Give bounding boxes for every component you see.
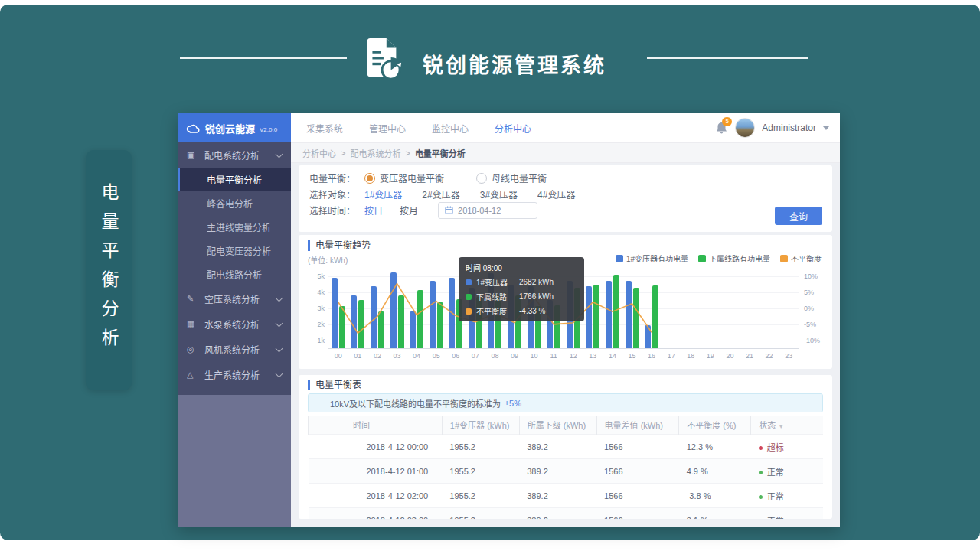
chart-title: 电量平衡趋势: [308, 240, 823, 251]
breadcrumb-item[interactable]: 分析中心: [302, 147, 336, 159]
x-axis-tick: 20: [726, 352, 733, 360]
y-axis-tick-right: -10%: [804, 337, 820, 344]
sidebar-group-5[interactable]: △生产系统分析: [178, 362, 291, 387]
tooltip-row: 下属线路1766 kWh: [466, 291, 577, 302]
table-row: 2018-4-12 01:001955.2389.215664.9 %正常: [309, 459, 824, 484]
sidebar-item[interactable]: 主进线需量分析: [178, 215, 291, 239]
status-badge: 正常: [767, 468, 784, 477]
radio-icon: [364, 173, 375, 184]
app-sidebar: 锐创云能源 V2.0.0 ▣配电系统分析电量平衡分析峰谷电分析主进线需量分析配电…: [178, 113, 291, 527]
date-picker[interactable]: 2018-04-12: [438, 202, 537, 219]
balance-table: 时间1#变压器 (kWh)所属下级 (kWh)电量差值 (kWh)不平衡度 (%…: [308, 416, 823, 519]
table-cell-imbalance: 12.3 %: [679, 435, 751, 459]
filter-panel: 电量平衡： 变压器电量平衡母线电量平衡 选择对象： 1#变压器2#变压器3#变压…: [299, 165, 832, 232]
legend-item[interactable]: 1#变压器有功电量: [616, 253, 688, 264]
x-axis-tick: 09: [511, 352, 518, 360]
x-axis-tick: 21: [746, 352, 753, 360]
topnav-item-4[interactable]: 分析中心: [490, 122, 531, 135]
status-badge: 超标: [767, 443, 784, 452]
sidebar-group-2[interactable]: ✎空压系统分析: [178, 286, 291, 311]
chevron-down-icon[interactable]: [823, 126, 829, 130]
legend-item[interactable]: 不平衡度: [780, 253, 822, 264]
y-axis-tick-right: 0%: [804, 305, 814, 312]
table-cell-time: 2018-4-12 01:00: [309, 459, 443, 484]
legend-swatch: [616, 255, 623, 262]
production-icon: △: [187, 370, 199, 380]
legend-label: 下属线路有功电量: [709, 253, 770, 264]
side-tab-text: 电量平衡分析: [96, 183, 122, 357]
breadcrumb-item: 电量平衡分析: [415, 147, 466, 159]
standard-notice-bar: 10kV及以下配电线路的电量不平衡度的标准为 ±5%: [308, 393, 823, 412]
table-header-status[interactable]: 状态▼: [751, 416, 823, 435]
x-axis-tick: 08: [491, 352, 498, 360]
tooltip-series-dot: [466, 279, 472, 285]
radio-label: 变压器电量平衡: [380, 171, 444, 184]
query-button[interactable]: 查询: [775, 207, 822, 225]
time-mode-option[interactable]: 按月: [400, 204, 418, 217]
topnav-item-2[interactable]: 管理中心: [364, 122, 406, 135]
top-navigation: 采集系统管理中心监控中心分析中心 5 Administrator: [291, 113, 840, 143]
sidebar-group-1[interactable]: ▣配电系统分析: [178, 142, 291, 168]
tooltip-series-value: 1766 kWh: [519, 292, 554, 301]
top-nav-items: 采集系统管理中心监控中心分析中心: [302, 122, 553, 135]
tooltip-row: 不平衡度-4.33 %: [466, 305, 577, 317]
object-option[interactable]: 1#变压器: [364, 187, 402, 201]
topnav-item-3[interactable]: 监控中心: [427, 122, 469, 135]
chevron-down-icon: [276, 319, 283, 327]
app-name: 锐创云能源: [205, 121, 255, 135]
x-axis-tick: 13: [589, 352, 596, 360]
table-cell-transformer: 1955.2: [442, 459, 519, 484]
breadcrumb-item[interactable]: 配电系统分析: [350, 147, 400, 159]
radio-option[interactable]: 变压器电量平衡: [364, 171, 444, 184]
table-cell-time: 2018-4-12 00:00: [309, 435, 443, 459]
app-version: V2.0.0: [260, 126, 277, 133]
filter-label-time: 选择时间：: [309, 204, 364, 217]
fan-icon: ◎: [187, 344, 199, 354]
x-axis-tick: 12: [570, 352, 577, 360]
table-body: 2018-4-12 00:001955.2389.2156612.3 %超标20…: [309, 435, 824, 520]
balance-table-card: 电量平衡表 10kV及以下配电线路的电量不平衡度的标准为 ±5% 时间1#变压器…: [299, 375, 832, 519]
object-option[interactable]: 3#变压器: [480, 187, 518, 201]
avatar[interactable]: [735, 118, 755, 138]
app-logo[interactable]: 锐创云能源 V2.0.0: [178, 113, 291, 142]
user-name[interactable]: Administrator: [762, 122, 816, 133]
x-axis-tick: 00: [335, 352, 342, 360]
x-axis-tick: 07: [472, 352, 479, 360]
radio-icon: [476, 173, 487, 184]
y-axis-tick-right: -5%: [804, 321, 816, 328]
app-main: 采集系统管理中心监控中心分析中心 5 Administrator 分析中心>配电…: [291, 113, 840, 527]
legend-swatch: [780, 255, 788, 262]
table-cell-difference: 1566: [596, 459, 679, 484]
y-axis-tick-left: 5k: [317, 272, 325, 280]
sidebar-group-label: 空压系统分析: [204, 292, 276, 305]
topnav-item-1[interactable]: 采集系统: [302, 122, 343, 135]
object-option[interactable]: 4#变压器: [537, 187, 575, 201]
y-axis-tick-left: 4k: [317, 289, 325, 296]
table-cell-subordinate: 389.2: [519, 484, 596, 508]
chevron-down-icon: [276, 344, 283, 352]
legend-item[interactable]: 下属线路有功电量: [698, 253, 770, 264]
sidebar-item[interactable]: 配电线路分析: [178, 262, 291, 286]
x-axis-tick: 04: [413, 352, 420, 360]
notification-bell-icon[interactable]: 5: [715, 121, 728, 135]
table-cell-imbalance: 3.1 %: [679, 508, 751, 520]
sidebar-item[interactable]: 电量平衡分析: [178, 168, 291, 191]
x-axis-tick: 16: [648, 352, 655, 360]
sidebar-group-4[interactable]: ◎风机系统分析: [178, 337, 291, 362]
x-axis-tick: 23: [785, 352, 792, 360]
time-mode-option[interactable]: 按日: [364, 204, 383, 217]
sidebar-group-3[interactable]: ▦水泵系统分析: [178, 311, 291, 337]
notice-highlight: ±5%: [505, 399, 521, 408]
app-window: 锐创云能源 V2.0.0 ▣配电系统分析电量平衡分析峰谷电分析主进线需量分析配电…: [178, 113, 840, 527]
radio-option[interactable]: 母线电量平衡: [476, 171, 547, 184]
filter-row-balance: 电量平衡： 变压器电量平衡母线电量平衡: [309, 170, 822, 186]
x-axis-tick: 01: [354, 352, 361, 360]
status-dot: [759, 471, 763, 474]
object-option[interactable]: 2#变压器: [422, 187, 459, 201]
tooltip-series-value: 2682 kWh: [519, 278, 554, 286]
table-header-cell: 所属下级 (kWh): [519, 416, 596, 435]
sidebar-item[interactable]: 峰谷电分析: [178, 191, 291, 215]
status-badge: 正常: [767, 517, 784, 520]
table-cell-transformer: 1955.2: [442, 508, 519, 520]
sidebar-item[interactable]: 配电变压器分析: [178, 239, 291, 262]
